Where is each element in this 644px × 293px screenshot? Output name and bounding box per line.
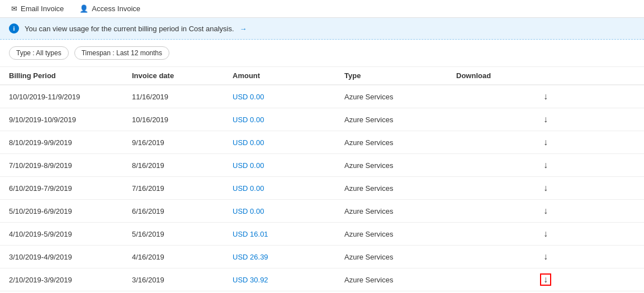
timespan-filter-button[interactable]: Timespan : Last 12 months	[74, 46, 169, 60]
type-filter-label: Type : All types	[16, 49, 61, 57]
download-button[interactable]: ↓	[540, 273, 551, 286]
amount-link[interactable]: USD 0.00	[233, 93, 264, 101]
table-row: 9/10/2019-10/9/201910/16/2019USD 0.00Azu…	[0, 108, 644, 131]
info-banner: i You can view usage for the current bil…	[0, 18, 644, 40]
invoices-table: Billing Period Invoice date Amount Type …	[0, 66, 644, 293]
cell-invoice-date: 2/16/2019	[123, 291, 224, 294]
cell-amount[interactable]: USD 0.00	[224, 154, 335, 177]
table-row: 10/10/2019-11/9/201911/16/2019USD 0.00Az…	[0, 85, 644, 108]
cell-invoice-date: 7/16/2019	[123, 177, 224, 200]
cell-type: Azure Services	[335, 131, 447, 154]
cell-invoice-date: 3/16/2019	[123, 268, 224, 291]
table-row: 8/10/2019-9/9/20199/16/2019USD 0.00Azure…	[0, 131, 644, 154]
cell-billing-period: 8/10/2019-9/9/2019	[0, 131, 123, 154]
amount-link[interactable]: USD 0.00	[233, 116, 264, 124]
email-invoice-button[interactable]: ✉ Email Invoice	[9, 3, 66, 14]
download-button[interactable]: ↓	[540, 228, 551, 240]
download-button[interactable]: ↓	[540, 159, 551, 171]
amount-link[interactable]: USD 30.92	[233, 276, 268, 284]
download-button[interactable]: ↓	[540, 251, 551, 263]
col-header-type: Type	[335, 67, 447, 85]
amount-link[interactable]: USD 0.00	[233, 184, 264, 193]
cell-amount[interactable]: USD 30.92	[224, 268, 335, 291]
download-button[interactable]: ↓	[540, 205, 551, 217]
download-button[interactable]: ↓	[540, 113, 551, 126]
cell-download[interactable]: ↓	[447, 291, 644, 294]
cell-download[interactable]: ↓	[447, 85, 644, 108]
cell-type: Azure Services	[335, 246, 447, 268]
toolbar: ✉ Email Invoice 👤 Access Invoice	[0, 0, 644, 18]
col-header-amount: Amount	[224, 67, 335, 85]
cell-type: Azure Services	[335, 223, 447, 246]
download-button[interactable]: ↓	[540, 90, 551, 103]
cell-billing-period: 2/10/2019-3/9/2019	[0, 268, 123, 291]
cell-invoice-date: 5/16/2019	[123, 223, 224, 246]
col-header-download: Download	[447, 67, 644, 85]
cell-type: Azure Services	[335, 108, 447, 131]
cell-invoice-date: 4/16/2019	[123, 246, 224, 268]
cell-download[interactable]: ↓	[447, 177, 644, 200]
table-row: 5/10/2019-6/9/20196/16/2019USD 0.00Azure…	[0, 200, 644, 223]
download-button[interactable]: ↓	[540, 136, 551, 148]
cell-type: Azure Services	[335, 85, 447, 108]
cell-billing-period: 10/10/2019-11/9/2019	[0, 85, 123, 108]
cell-billing-period: 3/10/2019-4/9/2019	[0, 246, 123, 268]
cell-invoice-date: 9/16/2019	[123, 131, 224, 154]
type-filter-button[interactable]: Type : All types	[9, 46, 69, 60]
cost-analysis-link[interactable]: →	[240, 25, 247, 33]
cell-download[interactable]: ↓	[447, 200, 644, 223]
cell-type: Azure Services	[335, 154, 447, 177]
cell-download[interactable]: ↓	[447, 154, 644, 177]
cell-billing-period: 6/10/2019-7/9/2019	[0, 177, 123, 200]
cell-amount[interactable]: USD 26.39	[224, 246, 335, 268]
cell-download[interactable]: ↓	[447, 131, 644, 154]
download-button[interactable]: ↓	[540, 182, 551, 194]
amount-link[interactable]: USD 26.39	[233, 253, 268, 261]
envelope-icon: ✉	[11, 4, 17, 13]
cell-invoice-date: 8/16/2019	[123, 154, 224, 177]
table-row: 7/10/2019-8/9/20198/16/2019USD 0.00Azure…	[0, 154, 644, 177]
cell-type: Azure Services	[335, 268, 447, 291]
cell-billing-period: 9/10/2019-10/9/2019	[0, 108, 123, 131]
cell-type: Azure Services	[335, 291, 447, 294]
table-row: 6/10/2019-7/9/20197/16/2019USD 0.00Azure…	[0, 177, 644, 200]
amount-link[interactable]: USD 16.01	[233, 230, 268, 238]
table-row: 4/10/2019-5/9/20195/16/2019USD 16.01Azur…	[0, 223, 644, 246]
access-invoice-label: Access Invoice	[92, 4, 140, 13]
table-row: 1/10/2019-2/9/20192/16/2019USD 32.79Azur…	[0, 291, 644, 294]
cell-billing-period: 1/10/2019-2/9/2019	[0, 291, 123, 294]
timespan-filter-label: Timespan : Last 12 months	[82, 49, 162, 57]
cell-invoice-date: 11/16/2019	[123, 85, 224, 108]
cell-invoice-date: 10/16/2019	[123, 108, 224, 131]
col-header-billing-period: Billing Period	[0, 67, 123, 85]
table-row: 2/10/2019-3/9/20193/16/2019USD 30.92Azur…	[0, 268, 644, 291]
table-row: 3/10/2019-4/9/20194/16/2019USD 26.39Azur…	[0, 246, 644, 268]
cell-amount[interactable]: USD 0.00	[224, 200, 335, 223]
cell-download[interactable]: ↓	[447, 246, 644, 268]
cell-billing-period: 7/10/2019-8/9/2019	[0, 154, 123, 177]
info-icon: i	[9, 23, 19, 33]
cell-type: Azure Services	[335, 200, 447, 223]
cell-download[interactable]: ↓	[447, 108, 644, 131]
filters-bar: Type : All types Timespan : Last 12 mont…	[0, 40, 644, 66]
cell-download[interactable]: ↓	[447, 268, 644, 291]
cell-billing-period: 5/10/2019-6/9/2019	[0, 200, 123, 223]
cell-download[interactable]: ↓	[447, 223, 644, 246]
people-icon: 👤	[79, 4, 88, 13]
banner-text: You can view usage for the current billi…	[25, 25, 234, 33]
email-invoice-label: Email Invoice	[21, 4, 64, 13]
amount-link[interactable]: USD 0.00	[233, 161, 264, 170]
cell-amount[interactable]: USD 0.00	[224, 131, 335, 154]
amount-link[interactable]: USD 0.00	[233, 138, 264, 147]
cell-amount[interactable]: USD 32.79	[224, 291, 335, 294]
cell-amount[interactable]: USD 0.00	[224, 177, 335, 200]
access-invoice-button[interactable]: 👤 Access Invoice	[77, 3, 143, 14]
amount-link[interactable]: USD 0.00	[233, 207, 264, 215]
cell-amount[interactable]: USD 16.01	[224, 223, 335, 246]
cell-amount[interactable]: USD 0.00	[224, 108, 335, 131]
cell-billing-period: 4/10/2019-5/9/2019	[0, 223, 123, 246]
cell-invoice-date: 6/16/2019	[123, 200, 224, 223]
col-header-invoice-date: Invoice date	[123, 67, 224, 85]
table-header-row: Billing Period Invoice date Amount Type …	[0, 67, 644, 85]
cell-amount[interactable]: USD 0.00	[224, 85, 335, 108]
